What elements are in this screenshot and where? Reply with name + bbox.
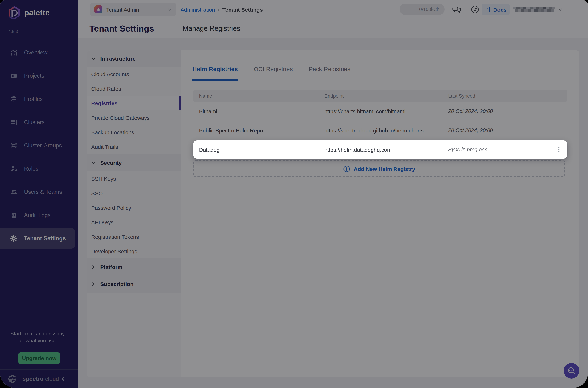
user-name-redacted[interactable] xyxy=(513,5,555,14)
section-platform[interactable]: Platform xyxy=(87,258,180,275)
sidebar-collapse-chevron-icon[interactable] xyxy=(61,376,66,382)
table-header-row: Name Endpoint Last Synced xyxy=(193,90,567,102)
sidebar-item-overview[interactable]: Overview xyxy=(0,41,78,64)
add-new-helm-registry-button[interactable]: Add New Helm Registry xyxy=(193,160,565,177)
cluster-groups-icon xyxy=(10,142,17,149)
registry-last-synced: 20 Oct 2024, 20:00 xyxy=(448,127,552,133)
sidebar-item-label: Overview xyxy=(24,49,47,56)
docs-label: Docs xyxy=(493,6,507,13)
registry-name: Bitnami xyxy=(199,108,324,114)
registry-last-synced: 20 Oct 2024, 20:00 xyxy=(448,108,552,114)
tab-oci-registries[interactable]: OCI Registries xyxy=(254,66,293,80)
usage-meter: 0/100kCh xyxy=(400,4,445,15)
section-label: Infrastructure xyxy=(100,55,136,62)
chevron-down-icon xyxy=(91,160,96,165)
sidebar-item-cluster-groups[interactable]: Cluster Groups xyxy=(0,134,78,157)
table-row[interactable]: Bitnami https://charts.bitnami.com/bitna… xyxy=(193,102,567,121)
page-title: Tenant Settings xyxy=(89,19,154,38)
sidebar-item-label: Cluster Groups xyxy=(24,142,62,149)
nav-item-backup-locations[interactable]: Backup Locations xyxy=(87,125,180,139)
nav-item-registration-tokens[interactable]: Registration Tokens xyxy=(87,229,180,244)
table-row[interactable]: Public Spectro Helm Repo https://spectro… xyxy=(193,121,567,140)
search-fab-button[interactable] xyxy=(564,363,579,379)
tab-pack-registries[interactable]: Pack Registries xyxy=(309,66,350,80)
screenshot-stage: palette 4.5.3 Overview Projects xyxy=(0,0,588,388)
spectro-cloud-logo-icon xyxy=(6,373,18,385)
nav-item-registries[interactable]: Registries xyxy=(87,96,180,110)
gear-icon xyxy=(10,235,17,242)
helm-registries-table: Name Endpoint Last Synced Bitnami https:… xyxy=(193,90,567,140)
registries-content: Helm Registries OCI Registries Pack Regi… xyxy=(181,50,579,377)
sidebar-item-label: Roles xyxy=(24,166,38,172)
clusters-icon xyxy=(10,119,17,126)
page-header: Tenant Settings Manage Registries xyxy=(78,19,588,38)
nav-item-audit-trails[interactable]: Audit Trails xyxy=(87,139,180,154)
sidebar-item-label: Clusters xyxy=(24,119,45,126)
chevron-right-icon xyxy=(91,265,96,269)
section-label: Subscription xyxy=(100,281,133,287)
breadcrumb-administration-link[interactable]: Administration xyxy=(180,6,215,13)
book-icon xyxy=(485,6,491,12)
nav-item-private-cloud-gateways[interactable]: Private Cloud Gateways xyxy=(87,110,180,125)
user-menu-chevron-down-icon[interactable] xyxy=(558,7,562,12)
sidebar-item-projects[interactable]: Projects xyxy=(0,64,78,87)
registry-endpoint: https://helm.datadoghq.com xyxy=(324,146,448,153)
sidebar-item-tenant-settings[interactable]: Tenant Settings xyxy=(0,228,75,249)
column-header-last-synced: Last Synced xyxy=(448,93,552,98)
title-divider xyxy=(171,23,171,35)
chevron-down-icon xyxy=(91,56,96,61)
upsell-message: Start small and only pay for what you us… xyxy=(0,330,75,344)
registry-endpoint: https://spectrocloud.github.io/helm-char… xyxy=(324,127,448,133)
projects-icon xyxy=(10,72,17,79)
chat-icon[interactable] xyxy=(452,5,461,14)
sidebar-item-label: Users & Teams xyxy=(24,189,62,195)
nav-item-cloud-accounts[interactable]: Cloud Accounts xyxy=(87,67,180,81)
upgrade-now-button[interactable]: Upgrade now xyxy=(18,352,60,364)
sidebar-item-label: Audit Logs xyxy=(24,212,51,218)
spectro-cloud-wordmark: spectro cloud xyxy=(23,376,59,382)
sidebar-item-users-teams[interactable]: Users & Teams xyxy=(0,180,78,204)
docs-button[interactable]: Docs xyxy=(482,4,510,15)
nav-item-ssh-keys[interactable]: SSH Keys xyxy=(87,171,180,186)
sidebar: palette 4.5.3 Overview Projects xyxy=(0,0,78,388)
sidebar-item-label: Tenant Settings xyxy=(24,235,66,242)
app-window: palette 4.5.3 Overview Projects xyxy=(0,0,588,388)
nav-item-api-keys[interactable]: API Keys xyxy=(87,215,180,229)
chevron-down-icon xyxy=(167,7,172,12)
roles-icon xyxy=(10,165,17,172)
registry-name: Public Spectro Helm Repo xyxy=(199,127,324,133)
users-teams-icon xyxy=(10,188,17,196)
palette-logo-icon xyxy=(7,6,21,20)
chevron-right-icon xyxy=(91,282,96,286)
project-scope-selector[interactable]: Tenant Admin xyxy=(90,3,176,16)
project-scope-label: Tenant Admin xyxy=(106,6,139,13)
app-version: 4.5.3 xyxy=(8,29,18,34)
sidebar-item-audit-logs[interactable]: Audit Logs xyxy=(0,204,78,227)
nav-item-sso[interactable]: SSO xyxy=(87,186,180,200)
tenant-scope-icon xyxy=(94,5,102,13)
nav-item-password-policy[interactable]: Password Policy xyxy=(87,200,180,215)
table-row-datadog-highlighted[interactable]: Datadog https://helm.datadoghq.com Sync … xyxy=(193,141,567,159)
app-name: palette xyxy=(24,8,50,17)
nav-item-cloud-rates[interactable]: Cloud Rates xyxy=(87,81,180,96)
section-infrastructure[interactable]: Infrastructure xyxy=(87,50,180,67)
sidebar-item-label: Profiles xyxy=(24,96,43,102)
kebab-menu-icon[interactable] xyxy=(556,146,562,153)
compass-icon[interactable] xyxy=(470,5,480,14)
breadcrumb-separator: / xyxy=(218,6,219,13)
breadcrumb-current: Tenant Settings xyxy=(222,6,263,13)
sidebar-nav: Overview Projects Profiles xyxy=(0,41,78,250)
section-label: Security xyxy=(100,160,122,166)
sidebar-item-roles[interactable]: Roles xyxy=(0,157,78,180)
section-security[interactable]: Security xyxy=(87,154,180,171)
tab-helm-registries[interactable]: Helm Registries xyxy=(192,66,238,80)
sidebar-item-clusters[interactable]: Clusters xyxy=(0,111,78,134)
brand-logo: palette xyxy=(7,6,50,20)
nav-item-developer-settings[interactable]: Developer Settings xyxy=(87,244,180,258)
profiles-icon xyxy=(10,96,17,103)
top-bar: Tenant Admin Administration / Tenant Set… xyxy=(78,0,588,19)
overview-icon xyxy=(10,49,17,56)
section-subscription[interactable]: Subscription xyxy=(87,275,180,292)
sidebar-item-profiles[interactable]: Profiles xyxy=(0,87,78,111)
settings-card: Infrastructure Cloud Accounts Cloud Rate… xyxy=(87,50,579,377)
